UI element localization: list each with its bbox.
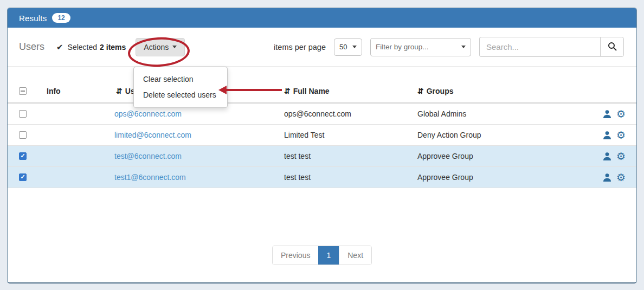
section-title: Users bbox=[19, 41, 44, 53]
selected-label: Selected bbox=[68, 43, 97, 51]
caret-down-icon bbox=[461, 46, 466, 48]
table-row: ops@6connect.com ops@6connect.com Global… bbox=[8, 104, 636, 125]
full-name-cell: test test bbox=[284, 167, 410, 188]
groups-cell: Global Admins bbox=[410, 104, 598, 124]
full-name-cell: test test bbox=[284, 146, 410, 166]
pagination: Previous 1 Next bbox=[8, 246, 636, 265]
user-icon[interactable] bbox=[603, 109, 611, 119]
items-per-page-label: items per page bbox=[274, 43, 326, 51]
groups-cell: Approvee Group bbox=[410, 167, 598, 188]
user-icon[interactable] bbox=[603, 152, 611, 161]
group-filter-select[interactable]: Filter by group... bbox=[370, 38, 471, 56]
user-icon[interactable] bbox=[603, 131, 611, 140]
search-icon bbox=[608, 42, 617, 53]
results-page: Results 12 Users ✔ Selected 2 items Acti… bbox=[0, 0, 644, 290]
panel-header: Results 12 bbox=[8, 8, 636, 28]
column-header-full-name[interactable]: ⇵ Full Name bbox=[284, 67, 410, 102]
row-checkbox-checked[interactable] bbox=[19, 173, 27, 181]
gear-icon[interactable]: ⚙ bbox=[616, 172, 626, 183]
gear-icon[interactable]: ⚙ bbox=[616, 151, 626, 162]
previous-page-button[interactable]: Previous bbox=[273, 246, 318, 265]
full-name-cell: Limited Test bbox=[284, 125, 410, 145]
user-icon[interactable] bbox=[603, 173, 611, 182]
gear-icon[interactable]: ⚙ bbox=[616, 109, 626, 119]
info-cell bbox=[35, 104, 114, 124]
full-name-cell: ops@6connect.com bbox=[284, 104, 410, 124]
toolbar-right: items per page 50 Filter by group... bbox=[274, 37, 624, 57]
results-panel: Results 12 Users ✔ Selected 2 items Acti… bbox=[7, 8, 637, 283]
caret-down-icon bbox=[172, 46, 177, 48]
items-per-page-value: 50 bbox=[339, 43, 347, 51]
username-link[interactable]: test1@6connect.com bbox=[114, 173, 186, 182]
column-header-groups[interactable]: ⇵ Groups bbox=[410, 67, 598, 102]
group-filter-placeholder: Filter by group... bbox=[376, 43, 429, 51]
username-link[interactable]: limited@6connect.com bbox=[114, 131, 191, 139]
select-all-checkbox[interactable] bbox=[19, 87, 27, 95]
username-link[interactable]: test@6connect.com bbox=[114, 152, 182, 160]
username-link[interactable]: ops@6connect.com bbox=[114, 109, 182, 118]
menu-item-delete-selected-users[interactable]: Delete selected users bbox=[134, 87, 227, 103]
menu-item-clear-selection[interactable]: Clear selection bbox=[134, 72, 227, 87]
search-input[interactable] bbox=[479, 37, 600, 57]
toolbar: Users ✔ Selected 2 items Actions items p… bbox=[8, 28, 636, 67]
next-page-button[interactable]: Next bbox=[339, 246, 371, 265]
groups-cell: Approvee Group bbox=[410, 146, 598, 166]
row-checkbox[interactable] bbox=[19, 131, 27, 139]
table-row-selected: test1@6connect.com test test Approvee Gr… bbox=[8, 167, 636, 188]
search-button[interactable] bbox=[600, 37, 624, 57]
panel-title: Results bbox=[19, 14, 47, 23]
info-cell bbox=[35, 167, 114, 188]
gear-icon[interactable]: ⚙ bbox=[616, 130, 626, 140]
row-checkbox-checked[interactable] bbox=[19, 152, 27, 160]
results-count-badge: 12 bbox=[52, 13, 70, 23]
column-header-info[interactable]: Info bbox=[35, 67, 114, 102]
actions-dropdown-menu: Clear selection Delete selected users bbox=[133, 67, 228, 108]
sort-icon: ⇵ bbox=[284, 87, 291, 95]
row-checkbox[interactable] bbox=[19, 110, 27, 118]
info-cell bbox=[35, 146, 114, 166]
selected-count: 2 items bbox=[100, 43, 126, 51]
groups-cell: Deny Action Group bbox=[410, 125, 598, 145]
table-row: limited@6connect.com Limited Test Deny A… bbox=[8, 125, 636, 146]
search-group bbox=[479, 37, 624, 57]
check-icon: ✔ bbox=[56, 42, 63, 52]
items-per-page-select[interactable]: 50 bbox=[334, 38, 362, 56]
caret-down-icon bbox=[352, 46, 357, 48]
info-cell bbox=[35, 125, 114, 145]
sort-icon: ⇵ bbox=[417, 87, 424, 95]
table-row-selected: test@6connect.com test test Approvee Gro… bbox=[8, 146, 636, 167]
current-page-button[interactable]: 1 bbox=[318, 246, 339, 265]
sort-icon: ⇵ bbox=[116, 87, 123, 95]
actions-button[interactable]: Actions bbox=[136, 38, 185, 56]
table-header-row: Info ⇵ Username ⇵ Full Name ⇵ Groups bbox=[8, 67, 636, 104]
actions-button-label: Actions bbox=[144, 43, 169, 51]
